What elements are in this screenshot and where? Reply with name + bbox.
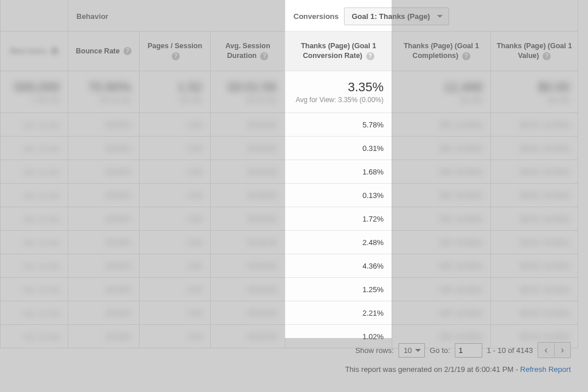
col-pages-session-label: Pages / Session	[148, 42, 202, 50]
cell-avg-session: 00:00:00	[211, 325, 285, 348]
cell-goal-cr: 1.68%	[285, 160, 392, 184]
goal-select[interactable]: Goal 1: Thanks (Page)	[344, 7, 449, 25]
cell-avg-session: 00:00:00	[211, 184, 285, 207]
help-icon[interactable]: ?	[543, 52, 551, 60]
cell-bounce-rate: 00.00%	[68, 207, 140, 231]
cell-goal-comp: 000 (0.00%)	[392, 278, 491, 301]
cell-pages-session: 0.00	[140, 325, 211, 348]
cell-pages-session: 0.00	[140, 254, 211, 278]
cell-goal-comp: 000 (0.00%)	[392, 301, 491, 325]
cell-new-users: xxx xx xxx	[1, 160, 68, 184]
cell-pages-session: 0.00	[140, 207, 211, 231]
sum-new-users: 000,000x xxx xxx	[1, 71, 68, 113]
cell-goal-cr-value: 2.21%	[362, 309, 384, 317]
cell-bounce-rate: 00.00%	[68, 254, 140, 278]
sum-goal-cr: 3.35% Avg for View: 3.35% (0.00%)	[285, 71, 392, 113]
cell-goal-cr-value: 1.25%	[362, 285, 384, 294]
cell-goal-value: $0.00 (0.00%)	[491, 207, 578, 231]
cell-goal-value: $0.00 (0.00%)	[491, 254, 578, 278]
col-new-users[interactable]: New Users ?	[1, 32, 68, 71]
prev-page-button[interactable]: ‹	[538, 343, 554, 358]
cell-bounce-rate: 00.00%	[68, 325, 140, 348]
section-behavior: Behavior	[68, 0, 285, 32]
col-goal-cr[interactable]: Thanks (Page) (Goal 1 Conversion Rate) ?	[285, 32, 392, 71]
show-rows-label: Show rows:	[355, 346, 394, 355]
col-new-users-label: New Users	[10, 47, 47, 55]
cell-bounce-rate: 00.00%	[68, 184, 140, 207]
cell-pages-session: 0.00	[140, 184, 211, 207]
help-icon[interactable]: ?	[51, 47, 59, 55]
col-goal-comp[interactable]: Thanks (Page) (Goal 1 Completions) ?	[392, 32, 491, 71]
show-rows-select[interactable]: 10	[399, 343, 425, 358]
cell-goal-value: $0.00 (0.00%)	[491, 231, 578, 254]
cell-goal-cr-value: 0.13%	[362, 191, 384, 200]
cell-bounce-rate: 00.00%	[68, 231, 140, 254]
summary-row: 000,000x xxx xxx 70.80%xxx xx xxx 1.52xx…	[1, 71, 578, 113]
table-row: xxx xx xxx00.00%0.0000:00:002.48%000 (0.…	[1, 231, 578, 254]
cell-goal-cr: 2.48%	[285, 231, 392, 254]
col-goal-value[interactable]: Thanks (Page) (Goal 1 Value) ?	[491, 32, 578, 71]
cell-goal-cr: 4.36%	[285, 254, 392, 278]
cell-avg-session: 00:00:00	[211, 301, 285, 325]
cell-goal-cr: 5.78%	[285, 113, 392, 137]
cell-bounce-rate: 00.00%	[68, 301, 140, 325]
range-label: 1 - 10 of 4143	[487, 346, 533, 355]
cell-goal-cr-value: 0.31%	[362, 144, 384, 153]
cell-goal-cr-value: 5.78%	[362, 121, 384, 129]
cell-avg-session: 00:00:00	[211, 254, 285, 278]
table-row: xxx xx xxx00.00%0.0000:00:001.25%000 (0.…	[1, 278, 578, 301]
cell-avg-session: 00:00:00	[211, 278, 285, 301]
conversions-text: Conversions	[293, 12, 339, 21]
cell-new-users: xxx xx xxx	[1, 254, 68, 278]
cell-goal-value: $0.00 (0.00%)	[491, 278, 578, 301]
cell-goal-value: $0.00 (0.00%)	[491, 113, 578, 137]
cell-bounce-rate: 00.00%	[68, 278, 140, 301]
cell-avg-session: 00:00:00	[211, 207, 285, 231]
cell-pages-session: 0.00	[140, 278, 211, 301]
cell-goal-cr: 2.21%	[285, 301, 392, 325]
cell-goal-value: $0.00 (0.00%)	[491, 184, 578, 207]
cell-goal-cr: 1.72%	[285, 207, 392, 231]
table-footer: Show rows: 10 Go to: 1 - 10 of 4143 ‹ ›	[355, 342, 571, 358]
pager: ‹ ›	[537, 342, 571, 358]
help-icon[interactable]: ?	[172, 52, 180, 60]
help-icon[interactable]: ?	[260, 52, 268, 60]
table-row: xxx xx xxx00.00%0.0000:00:001.72%000 (0.…	[1, 207, 578, 231]
behavior-label: Behavior	[68, 7, 285, 24]
cell-goal-cr-value: 2.48%	[362, 238, 384, 247]
col-bounce-rate[interactable]: Bounce Rate ?	[68, 32, 140, 71]
help-icon[interactable]: ?	[123, 47, 131, 55]
col-pages-session[interactable]: Pages / Session ?	[140, 32, 211, 71]
col-goal-value-label: Thanks (Page) (Goal 1 Value)	[497, 42, 572, 60]
col-goal-cr-label: Thanks (Page) (Goal 1 Conversion Rate)	[301, 42, 376, 60]
cell-goal-value: $0.00 (0.00%)	[491, 137, 578, 160]
cell-new-users: xxx xx xxx	[1, 184, 68, 207]
cell-avg-session: 00:00:00	[211, 231, 285, 254]
cell-goal-cr-value: 1.68%	[362, 168, 384, 176]
section-header-row: Behavior Conversions Goal 1: Thanks (Pag…	[1, 0, 578, 32]
cell-goal-comp: 000 (0.00%)	[392, 184, 491, 207]
table-row: xxx xx xxx00.00%0.0000:00:002.21%000 (0.…	[1, 301, 578, 325]
cell-goal-cr: 0.13%	[285, 184, 392, 207]
conversions-label: Conversions Goal 1: Thanks (Page)	[285, 3, 578, 29]
cell-goal-comp: 000 (0.00%)	[392, 113, 491, 137]
cell-new-users: xxx xx xxx	[1, 301, 68, 325]
cell-goal-comp: 000 (0.00%)	[392, 160, 491, 184]
cell-avg-session: 00:00:00	[211, 160, 285, 184]
cell-goal-comp: 000 (0.00%)	[392, 207, 491, 231]
cell-new-users: xxx xx xxx	[1, 231, 68, 254]
col-avg-session[interactable]: Avg. Session Duration ?	[211, 32, 285, 71]
col-bounce-rate-label: Bounce Rate	[76, 47, 119, 55]
sum-bounce-rate: 70.80%xxx xx xxx	[68, 71, 140, 113]
help-icon[interactable]: ?	[366, 52, 374, 60]
cell-goal-comp: 000 (0.00%)	[392, 231, 491, 254]
next-page-button[interactable]: ›	[554, 343, 570, 358]
help-icon[interactable]: ?	[462, 52, 470, 60]
goto-input[interactable]	[455, 343, 482, 358]
cell-goal-comp: 000 (0.00%)	[392, 254, 491, 278]
section-conversions: Conversions Goal 1: Thanks (Page)	[285, 0, 578, 32]
cell-goal-cr-value: 1.72%	[362, 215, 384, 223]
refresh-report-link[interactable]: Refresh Report	[520, 365, 571, 374]
cell-goal-value: $0.00 (0.00%)	[491, 160, 578, 184]
column-header-row: New Users ? Bounce Rate ? Pages / Sessio…	[1, 32, 578, 71]
